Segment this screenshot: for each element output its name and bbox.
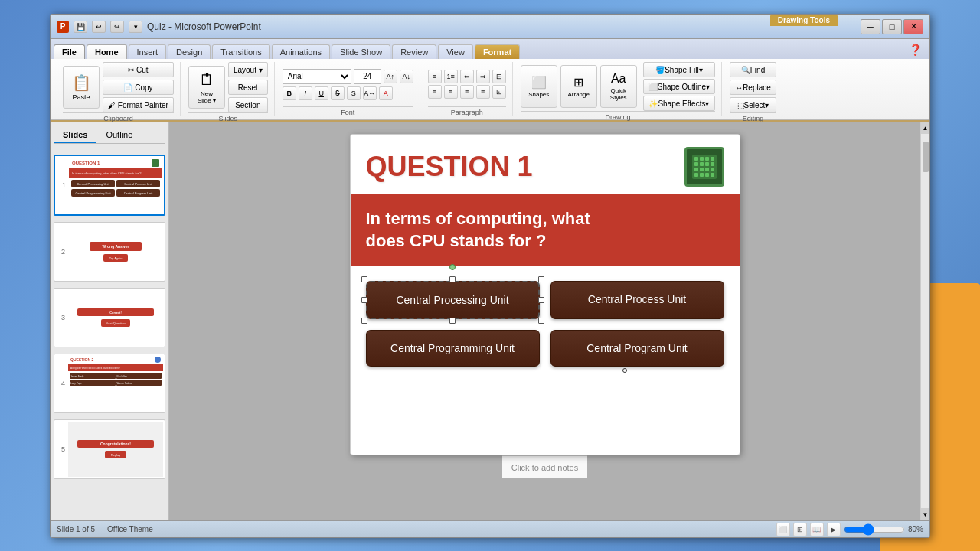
decrease-indent-button[interactable]: ⇐: [460, 70, 474, 83]
paste-button[interactable]: 📋 Paste: [63, 66, 100, 109]
tab-view[interactable]: View: [438, 44, 473, 59]
slide-thumb-5[interactable]: 5 Congratulations! Replay: [54, 419, 165, 479]
handle-tr[interactable]: [538, 276, 544, 282]
scroll-down-button[interactable]: ▼: [921, 508, 929, 520]
find-button[interactable]: 🔍 Find: [730, 62, 776, 77]
font-controls: Arial A↑ A↓ B I U S̶ S A↔: [283, 69, 413, 100]
numbering-button[interactable]: 1≡: [444, 70, 458, 83]
underline-button[interactable]: U: [315, 86, 328, 100]
scroll-thumb[interactable]: [923, 142, 929, 172]
new-slide-button[interactable]: 🗒 NewSlide ▾: [188, 66, 225, 109]
answer-button-4[interactable]: Central Program Unit: [550, 330, 724, 367]
slide-canvas[interactable]: QUESTION 1 In terms of computi: [350, 134, 740, 455]
zoom-slider[interactable]: [844, 523, 905, 536]
bullets-button[interactable]: ≡: [428, 70, 442, 83]
columns-button[interactable]: ⊟: [492, 70, 506, 83]
answer-button-3[interactable]: Central Programming Unit: [366, 330, 540, 367]
text-direction-button[interactable]: ⊡: [492, 85, 506, 99]
slide-sorter-button[interactable]: ⊞: [793, 523, 807, 536]
font-row-2: B I U S̶ S A↔ A: [283, 86, 413, 100]
font-family-select[interactable]: Arial: [283, 69, 351, 84]
shadow-button[interactable]: S: [347, 86, 361, 100]
align-left-button[interactable]: ≡: [428, 85, 442, 99]
handle-tc[interactable]: [449, 276, 456, 282]
normal-view-button[interactable]: ⬜: [776, 523, 790, 536]
align-right-button[interactable]: ≡: [460, 85, 474, 99]
handle-ml[interactable]: [361, 297, 368, 303]
handle-br[interactable]: [538, 318, 544, 324]
handle-bc[interactable]: [449, 318, 456, 324]
close-button[interactable]: ✕: [903, 19, 923, 34]
increase-indent-button[interactable]: ⇒: [476, 70, 490, 83]
justify-button[interactable]: ≡: [476, 85, 490, 99]
redo-qat-button[interactable]: ↪: [110, 21, 124, 33]
tab-file[interactable]: File: [54, 44, 85, 59]
reading-view-button[interactable]: 📖: [810, 523, 824, 536]
notes-bar[interactable]: Click to add notes: [502, 455, 587, 478]
undo-qat-button[interactable]: ↩: [92, 21, 106, 33]
strikethrough-button[interactable]: S̶: [331, 86, 345, 100]
font-color-button[interactable]: A: [379, 86, 393, 100]
format-painter-button[interactable]: 🖌 Format Painter: [103, 97, 174, 112]
handle-mr[interactable]: [538, 297, 544, 303]
handle-tl[interactable]: [361, 276, 368, 282]
font-size-up-button[interactable]: A↑: [384, 70, 397, 83]
slide-thumb-2[interactable]: 2 Wrong Answer Try Again: [54, 222, 165, 282]
tab-outline[interactable]: Outline: [96, 128, 142, 143]
shapes-button[interactable]: ⬜ Shapes: [521, 65, 557, 108]
section-button[interactable]: Section: [228, 97, 268, 112]
scroll-up-button[interactable]: ▲: [921, 122, 929, 134]
tab-review[interactable]: Review: [392, 44, 436, 59]
tab-slideshow[interactable]: Slide Show: [332, 44, 390, 59]
answer-button-2[interactable]: Central Process Unit: [550, 281, 724, 319]
shape-fill-button[interactable]: 🪣 Shape Fill ▾: [643, 62, 715, 77]
handle-bl[interactable]: [361, 318, 368, 324]
slide-thumb-3[interactable]: 3 Correct! Next Question: [54, 288, 165, 347]
editing-group: 🔍 Find ↔ Replace ⬚ Select ▾ Editing: [724, 62, 782, 116]
status-bar: Slide 1 of 5 Office Theme ⬜ ⊞ 📖 ▶ 80%: [51, 520, 929, 537]
right-scrollbar[interactable]: ▲ ▼: [920, 122, 929, 520]
qat-dropdown[interactable]: ▾: [129, 21, 142, 33]
slide-num-4: 4: [56, 380, 65, 387]
tab-home[interactable]: Home: [87, 44, 127, 59]
main-area: Slides Outline 1 QUESTION 1 In terms of …: [51, 122, 929, 520]
italic-button[interactable]: I: [299, 86, 312, 100]
font-size-down-button[interactable]: A↓: [400, 70, 413, 83]
copy-button[interactable]: 📄 Copy: [103, 80, 174, 95]
tab-slides[interactable]: Slides: [54, 128, 96, 143]
font-size-input[interactable]: [354, 69, 381, 84]
tab-design[interactable]: Design: [168, 44, 211, 59]
slide-preview-4: QUESTION 2 Along with whom did Bill Gate…: [68, 356, 163, 411]
slide-thumb-4[interactable]: 4 QUESTION 2 Along with whom did Bill Ga…: [54, 354, 165, 413]
shape-outline-button[interactable]: ⬜ Shape Outline ▾: [643, 79, 715, 94]
ribbon-content: 📋 Paste ✂ Cut 📄 Copy 🖌 Format Painter Cl…: [51, 59, 929, 120]
slide-preview-5: Congratulations! Replay: [68, 422, 163, 477]
rotate-handle[interactable]: [449, 264, 456, 270]
layout-button[interactable]: Layout ▾: [228, 62, 268, 77]
drawing-label: Drawing: [521, 111, 715, 121]
minimize-button[interactable]: ─: [861, 19, 880, 34]
maximize-button[interactable]: □: [882, 19, 902, 34]
quick-styles-button[interactable]: Aa QuickStyles: [600, 65, 637, 108]
tab-format[interactable]: Format: [475, 44, 520, 59]
tab-transitions[interactable]: Transitions: [212, 44, 270, 59]
scroll-track[interactable]: [921, 134, 929, 508]
select-button[interactable]: ⬚ Select ▾: [730, 97, 776, 112]
replace-button[interactable]: ↔ Replace: [730, 80, 776, 95]
tab-insert[interactable]: Insert: [129, 44, 167, 59]
bold-button[interactable]: B: [283, 86, 296, 100]
slide-num-5: 5: [56, 445, 65, 453]
shape-effects-button[interactable]: ✨ Shape Effects ▾: [643, 96, 715, 111]
slide-edit-area: QUESTION 1 In terms of computi: [169, 122, 920, 520]
save-qat-button[interactable]: 💾: [74, 21, 87, 33]
slide-thumb-1[interactable]: 1 QUESTION 1 In terms of computing, what…: [54, 155, 165, 216]
arrange-button[interactable]: ⊞ Arrange: [560, 65, 597, 108]
slideshow-button[interactable]: ▶: [827, 523, 841, 536]
tab-animations[interactable]: Animations: [272, 44, 330, 59]
help-button[interactable]: ❓: [904, 41, 926, 59]
char-spacing-button[interactable]: A↔: [363, 86, 377, 100]
cut-button[interactable]: ✂ Cut: [103, 62, 174, 77]
align-center-button[interactable]: ≡: [444, 85, 458, 99]
answer-button-1[interactable]: Central Processing Unit: [366, 281, 540, 319]
reset-button[interactable]: Reset: [228, 80, 268, 95]
